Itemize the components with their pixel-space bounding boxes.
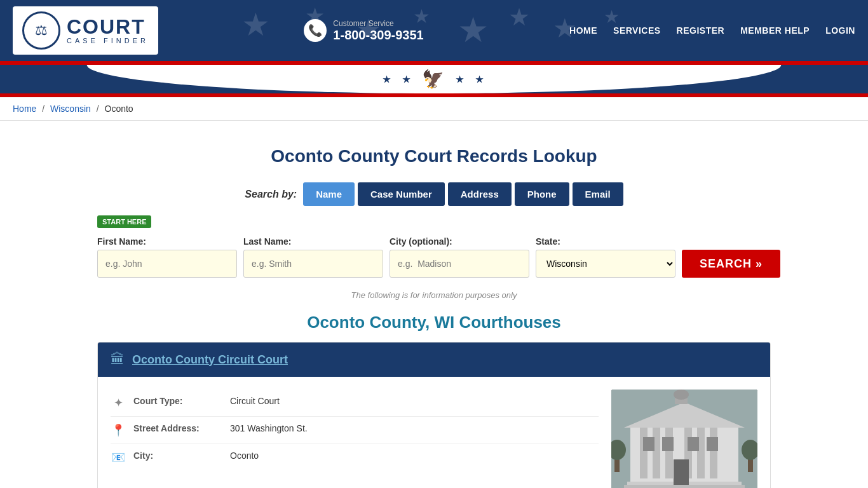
start-here-badge: START HERE — [97, 215, 151, 228]
court-card-header: 🏛 Oconto County Circuit Court — [98, 342, 770, 377]
courthouses-title: Oconto County, WI Courthouses — [97, 313, 771, 332]
eagle-icon: 🦅 — [422, 69, 446, 90]
star-right-2: ★ — [475, 74, 485, 85]
address-label: Street Address: — [133, 423, 222, 433]
breadcrumb-home[interactable]: Home — [13, 104, 36, 114]
cs-label: Customer Service — [333, 19, 423, 28]
last-name-field: Last Name: — [243, 236, 383, 278]
svg-rect-8 — [710, 428, 717, 478]
tab-case-number[interactable]: Case Number — [358, 182, 445, 206]
court-card-body: ✦ Court Type: Circuit Court 📍 Street Add… — [98, 377, 770, 488]
logo-court-text: COURT — [67, 17, 146, 37]
info-note: The following is for information purpose… — [97, 290, 771, 300]
wave-decoration: ★ ★ 🦅 ★ ★ — [0, 65, 868, 93]
breadcrumb-state[interactable]: Wisconsin — [50, 104, 91, 114]
logo-case-finder-text: CASE FINDER — [67, 37, 149, 44]
star-right-1: ★ — [456, 74, 466, 85]
state-select[interactable]: Wisconsin Alabama Alaska Arizona — [536, 250, 675, 278]
svg-rect-10 — [624, 485, 745, 488]
court-type-label: Court Type: — [133, 396, 222, 406]
svg-rect-5 — [665, 428, 673, 478]
svg-rect-11 — [643, 437, 654, 451]
logo-emblem: ⚖ — [22, 11, 60, 50]
last-name-input[interactable] — [243, 250, 383, 278]
search-by-row: Search by: Name Case Number Address Phon… — [97, 182, 771, 206]
court-type-value: Circuit Court — [230, 396, 280, 406]
site-logo: ⚖ COURT CASE FINDER — [13, 6, 158, 55]
search-form-row: First Name: Last Name: City (optional): … — [97, 236, 771, 278]
breadcrumb-sep-2: / — [97, 104, 99, 114]
breadcrumb: Home / Wisconsin / Oconto — [0, 97, 868, 121]
address-row: 📍 Street Address: 301 Washington St. — [111, 417, 599, 444]
star-left-1: ★ — [383, 74, 393, 85]
first-name-label: First Name: — [97, 236, 237, 247]
main-content: Oconto County Court Records Lookup Searc… — [85, 121, 783, 488]
court-name-link[interactable]: Oconto County Circuit Court — [132, 353, 288, 367]
main-nav: HOME SERVICES REGISTER MEMBER HELP LOGIN — [569, 25, 855, 36]
cs-phone: 1-800-309-9351 — [333, 28, 423, 43]
breadcrumb-sep-1: / — [42, 104, 44, 114]
courthouse-icon: 🏛 — [111, 351, 125, 368]
header-inner: ⚖ COURT CASE FINDER 📞 Customer Service 1… — [0, 0, 868, 61]
search-area: Search by: Name Case Number Address Phon… — [97, 182, 771, 278]
nav-register[interactable]: REGISTER — [677, 25, 725, 36]
cs-info: Customer Service 1-800-309-9351 — [333, 19, 423, 43]
nav-login[interactable]: LOGIN — [825, 25, 855, 36]
breadcrumb-current: Oconto — [105, 104, 133, 114]
first-name-field: First Name: — [97, 236, 237, 278]
eagle-area: ★ ★ 🦅 ★ ★ — [383, 69, 485, 90]
svg-rect-3 — [640, 428, 648, 478]
search-button[interactable]: SEARCH » — [682, 250, 780, 278]
first-name-input[interactable] — [97, 250, 237, 278]
customer-service: 📞 Customer Service 1-800-309-9351 — [304, 19, 423, 43]
city-icon: 📧 — [111, 451, 126, 464]
svg-rect-13 — [688, 437, 699, 451]
address-value: 301 Washington St. — [230, 423, 308, 433]
court-type-icon: ✦ — [111, 396, 126, 410]
svg-rect-4 — [653, 428, 660, 478]
site-header: ★ ★ ★ ★ ★ ★ ★ ★ ⚖ COURT CASE FINDER 📞 Cu… — [0, 0, 868, 61]
city-detail-value: Oconto — [230, 451, 259, 461]
court-type-row: ✦ Court Type: Circuit Court — [111, 390, 599, 417]
nav-home[interactable]: HOME — [569, 25, 597, 36]
address-icon: 📍 — [111, 423, 126, 437]
state-label: State: — [536, 236, 675, 247]
tab-address[interactable]: Address — [448, 182, 512, 206]
city-input[interactable] — [390, 250, 529, 278]
phone-icon: 📞 — [304, 19, 327, 42]
search-by-label: Search by: — [245, 189, 297, 200]
svg-rect-7 — [697, 428, 705, 478]
tab-name[interactable]: Name — [303, 182, 355, 206]
city-field: City (optional): — [390, 236, 529, 278]
svg-point-17 — [674, 390, 689, 400]
court-details: ✦ Court Type: Circuit Court 📍 Street Add… — [111, 390, 599, 488]
svg-rect-15 — [674, 459, 689, 485]
state-field: State: Wisconsin Alabama Alaska Arizona — [536, 236, 675, 278]
court-card: 🏛 Oconto County Circuit Court ✦ Court Ty… — [97, 342, 771, 488]
svg-rect-12 — [662, 437, 674, 451]
logo-text: COURT CASE FINDER — [67, 17, 149, 44]
tab-email[interactable]: Email — [573, 182, 623, 206]
city-detail-label: City: — [133, 451, 222, 461]
city-row: 📧 City: Oconto — [111, 444, 599, 471]
last-name-label: Last Name: — [243, 236, 383, 247]
svg-rect-14 — [707, 437, 718, 451]
nav-member-help[interactable]: MEMBER HELP — [740, 25, 810, 36]
nav-services[interactable]: SERVICES — [613, 25, 661, 36]
city-label: City (optional): — [390, 236, 529, 247]
search-form-container: START HERE First Name: Last Name: City (… — [97, 215, 771, 278]
tab-phone[interactable]: Phone — [515, 182, 569, 206]
star-left-2: ★ — [402, 74, 412, 85]
court-image — [611, 390, 757, 488]
page-title: Oconto County Court Records Lookup — [97, 146, 771, 166]
